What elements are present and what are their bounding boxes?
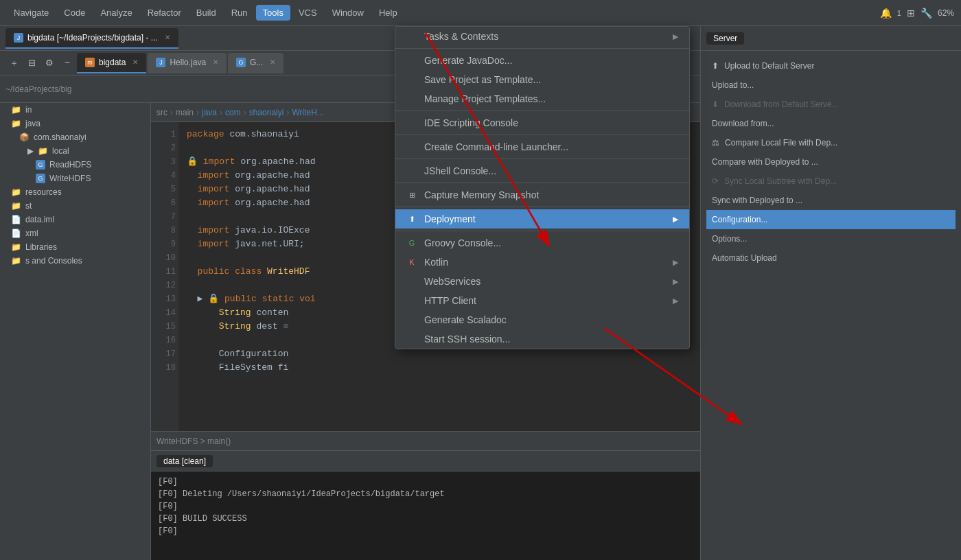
right-panel-tab[interactable]: Server [706, 32, 744, 45]
divider-3 [395, 135, 689, 135]
menu-run[interactable]: Run [224, 5, 255, 21]
sidebar-item-resources[interactable]: 📁 resources [0, 185, 150, 199]
project-path-label: ~/IdeaProjects/big [5, 84, 74, 94]
bigdata-tab-close[interactable]: ✕ [132, 58, 138, 66]
breadcrumb-writeh[interactable]: WriteH... [292, 108, 323, 117]
breadcrumb-sep3: › [220, 108, 222, 117]
sidebar-item-libraries[interactable]: 📁 Libraries [0, 240, 150, 254]
menu-tools[interactable]: Tools [256, 5, 290, 21]
breadcrumb-java[interactable]: java [202, 108, 217, 117]
tasks-icon [406, 31, 417, 42]
menu-item-manage-templates[interactable]: Manage Project Templates... [395, 89, 689, 108]
g-tab-close[interactable]: ✕ [270, 58, 275, 66]
split-btn[interactable]: ⊟ [23, 55, 40, 71]
menu-item-ssh[interactable]: Start SSH session... [395, 329, 689, 349]
sidebar-item-st[interactable]: 📁 st [0, 199, 150, 213]
add-tab-btn[interactable]: ＋ [5, 55, 22, 71]
sidebar-item-consoles[interactable]: 📁 s and Consoles [0, 254, 150, 268]
layout-icon[interactable]: ⊞ [907, 8, 915, 19]
jshell-label: JShell Console... [424, 165, 496, 176]
line-numbers: 1 2 3 4 5 6 7 8 9 10 11 12 13 14 15 16 1… [151, 122, 178, 431]
console-tab-data[interactable]: data [clean] [157, 455, 213, 467]
http-client-label: HTTP Client [424, 295, 476, 306]
menu-vcs[interactable]: VCS [292, 5, 324, 21]
menu-item-capture-memory[interactable]: ⊞ Capture Memory Snapshot [395, 185, 689, 205]
scaladoc-label: Generate Scaladoc [424, 314, 507, 325]
menu-navigate[interactable]: Navigate [7, 5, 56, 21]
project-tab-close[interactable]: ✕ [165, 34, 170, 41]
right-item-configuration[interactable]: Configuration... [706, 210, 956, 229]
menu-item-tasks[interactable]: Tasks & Contexts ▶ [395, 27, 689, 46]
sidebar-item-java[interactable]: 📁 java [0, 117, 150, 130]
project-tab[interactable]: J bigdata [~/IdeaProjects/bigdata] - ...… [5, 28, 178, 49]
right-item-compare-local[interactable]: ⚖ Compare Local File with Dep... [706, 133, 956, 152]
right-item-download-default[interactable]: ⬇ Download from Default Serve... [706, 95, 956, 114]
configuration-label: Configuration... [712, 212, 767, 227]
toolbar-icon[interactable]: 🔧 [921, 8, 932, 19]
divider-2 [395, 110, 689, 111]
notification-icon[interactable]: 🔔 [880, 8, 892, 19]
breadcrumb-shaonaiyi[interactable]: shaonaiyi [249, 108, 284, 117]
tools-dropdown-menu: Tasks & Contexts ▶ Generate JavaDoc... S… [395, 26, 690, 349]
minus-btn[interactable]: − [59, 55, 76, 71]
menu-help[interactable]: Help [372, 5, 404, 21]
download-default-icon: ⬇ [712, 97, 719, 112]
breadcrumb-com[interactable]: com [225, 108, 241, 117]
options-label: Options... [712, 231, 747, 246]
menu-bar: Navigate Code Analyze Refactor Build Run… [0, 0, 961, 26]
menu-code[interactable]: Code [57, 5, 92, 21]
ide-scripting-icon [406, 117, 417, 128]
file-tab-bigdata[interactable]: m bigdata ✕ [77, 53, 146, 73]
file-icon-dataiml: 📄 [11, 215, 21, 224]
menu-item-cmdline-launcher[interactable]: Create Command-line Launcher... [395, 137, 689, 156]
sync-local-label: Sync Local Subtree with Dep... [724, 174, 837, 189]
sidebar-item-com[interactable]: 📦 com.shaonaiyi [0, 130, 150, 144]
menu-analyze[interactable]: Analyze [93, 5, 139, 21]
folder-icon-consoles: 📁 [11, 256, 21, 266]
kotlin-icon: K [406, 257, 417, 268]
menu-item-ide-scripting[interactable]: IDE Scripting Console [395, 113, 689, 132]
file-tab-hello[interactable]: J Hello.java ✕ [148, 53, 227, 73]
expand-icon: ▶ [27, 146, 34, 156]
menu-refactor[interactable]: Refactor [141, 5, 188, 21]
hello-tab-icon: J [156, 58, 165, 67]
sidebar-item-local[interactable]: ▶ 📁 local [0, 144, 150, 158]
sidebar-item-writehdfs[interactable]: G WriteHDFS [0, 172, 150, 185]
menu-item-http-client[interactable]: HTTP Client ▶ [395, 291, 689, 310]
menu-item-jshell[interactable]: JShell Console... [395, 161, 689, 180]
right-item-upload-to[interactable]: Upload to... [706, 75, 956, 95]
sidebar-item-readhdfs[interactable]: G ReadHDFS [0, 158, 150, 172]
sidebar-item-in[interactable]: 📁 in [0, 103, 150, 117]
hello-tab-close[interactable]: ✕ [213, 58, 218, 66]
menu-item-kotlin[interactable]: K Kotlin ▶ [395, 253, 689, 272]
menu-window[interactable]: Window [325, 5, 371, 21]
settings-btn[interactable]: ⚙ [41, 55, 58, 71]
right-item-auto-upload[interactable]: Automatic Upload [706, 248, 956, 268]
menu-item-scaladoc[interactable]: Generate Scaladoc [395, 310, 689, 329]
save-template-icon [406, 74, 417, 85]
right-item-options[interactable]: Options... [706, 229, 956, 248]
menu-build[interactable]: Build [189, 5, 223, 21]
right-item-compare-deployed[interactable]: Compare with Deployed to ... [706, 152, 956, 172]
right-item-download-from[interactable]: Download from... [706, 114, 956, 133]
breadcrumb-main[interactable]: main [176, 108, 194, 117]
battery-label: 62% [938, 8, 954, 18]
sidebar-item-xml[interactable]: 📄 xml [0, 226, 150, 240]
menu-item-generate-javadoc[interactable]: Generate JavaDoc... [395, 51, 689, 70]
right-item-sync-local[interactable]: ⟳ Sync Local Subtree with Dep... [706, 172, 956, 191]
menu-item-groovy[interactable]: G Groovy Console... [395, 233, 689, 253]
sidebar-item-dataiml[interactable]: 📄 data.iml [0, 213, 150, 226]
folder-icon-st: 📁 [11, 201, 21, 211]
cmdline-label: Create Command-line Launcher... [424, 141, 568, 152]
compare-deployed-label: Compare with Deployed to ... [712, 154, 818, 170]
webservices-icon [406, 276, 417, 287]
menu-item-webservices[interactable]: WebServices ▶ [395, 272, 689, 291]
breadcrumb-sep2: › [196, 108, 199, 117]
breadcrumb-src[interactable]: src [157, 108, 167, 117]
right-item-upload-default[interactable]: ⬆ Upload to Default Server [706, 56, 956, 75]
file-tab-g[interactable]: G G... ✕ [228, 53, 283, 73]
bigdata-tab-icon: m [85, 58, 95, 67]
menu-item-save-template[interactable]: Save Project as Template... [395, 70, 689, 89]
menu-item-deployment[interactable]: ⬆ Deployment ▶ [395, 209, 689, 229]
right-item-sync-deployed[interactable]: Sync with Deployed to ... [706, 191, 956, 210]
